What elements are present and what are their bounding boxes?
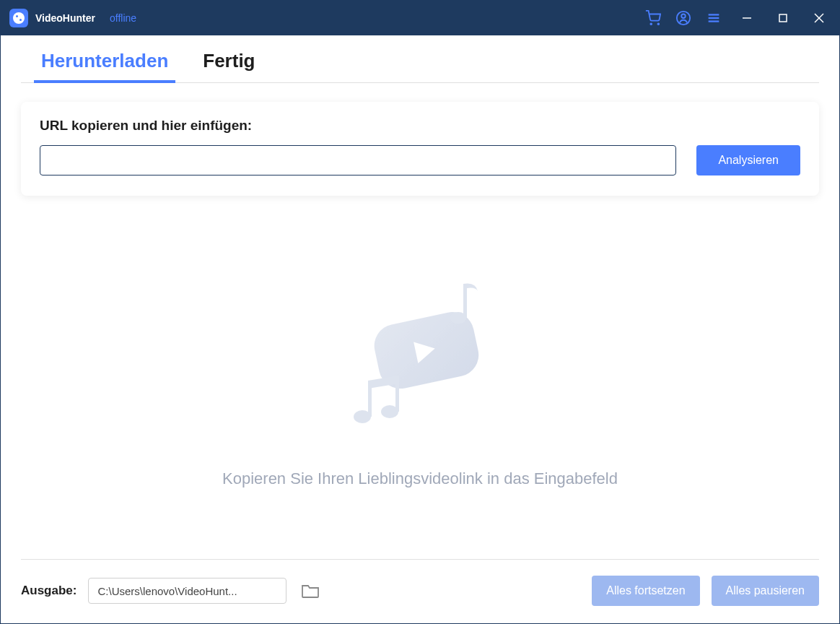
folder-icon[interactable]	[298, 581, 324, 601]
tabs: Herunterladen Fertig	[21, 35, 819, 83]
app-title: VideoHunter	[35, 12, 95, 24]
svg-rect-8	[779, 14, 787, 22]
analyze-button[interactable]: Analysieren	[696, 145, 800, 176]
cart-icon[interactable]	[644, 9, 662, 27]
maximize-button[interactable]	[771, 6, 795, 30]
svg-point-0	[650, 23, 652, 25]
titlebar: VideoHunter offline	[1, 1, 839, 35]
main-content: Herunterladen Fertig URL kopieren und hi…	[1, 35, 839, 623]
minimize-button[interactable]	[735, 6, 758, 30]
status-text: offline	[110, 12, 136, 24]
url-row: Analysieren	[40, 145, 800, 176]
user-icon[interactable]	[675, 9, 692, 27]
empty-state: Kopieren Sie Ihren Lieblingsvideolink in…	[21, 196, 819, 559]
menu-icon[interactable]	[705, 9, 722, 27]
close-button[interactable]	[808, 6, 831, 30]
tab-done[interactable]: Fertig	[203, 50, 255, 82]
svg-point-1	[657, 23, 659, 25]
titlebar-left: VideoHunter offline	[9, 9, 136, 27]
output-path-text: C:\Users\lenovo\VideoHunt...	[97, 585, 237, 597]
output-path[interactable]: C:\Users\lenovo\VideoHunt...	[88, 578, 286, 604]
url-label: URL kopieren und hier einfügen:	[40, 118, 800, 134]
footer: Ausgabe: C:\Users\lenovo\VideoHunt... Al…	[21, 559, 819, 623]
output-label: Ausgabe:	[21, 584, 76, 598]
resume-all-button[interactable]: Alles fortsetzen	[592, 576, 699, 606]
svg-rect-14	[463, 284, 467, 318]
app-icon	[9, 9, 28, 27]
url-card: URL kopieren und hier einfügen: Analysie…	[21, 102, 819, 196]
svg-point-3	[681, 14, 686, 19]
empty-illustration-icon	[333, 267, 507, 441]
empty-state-text: Kopieren Sie Ihren Lieblingsvideolink in…	[222, 469, 618, 488]
url-input[interactable]	[40, 145, 676, 176]
tab-download[interactable]: Herunterladen	[41, 50, 168, 82]
pause-all-button[interactable]: Alles pausieren	[712, 576, 819, 606]
titlebar-right	[644, 6, 831, 30]
